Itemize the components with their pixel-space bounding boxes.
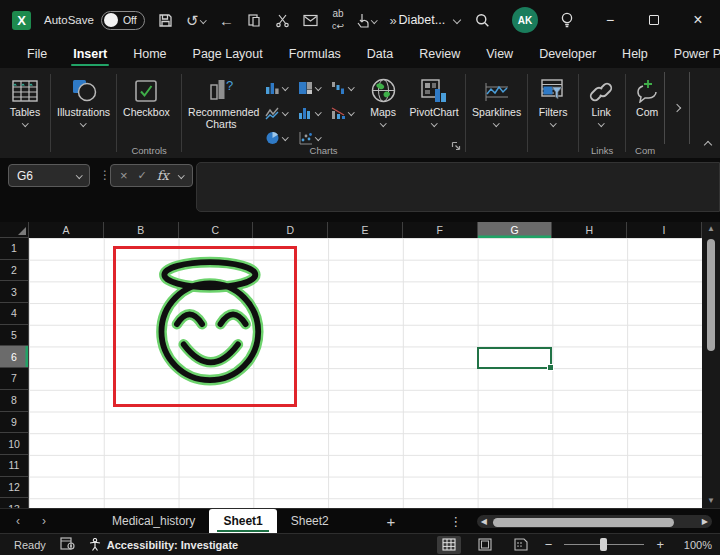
save-icon[interactable]	[158, 13, 173, 28]
menu-tab-file[interactable]: File	[14, 40, 60, 68]
close-button[interactable]: ×	[676, 0, 720, 40]
pivotchart-button[interactable]: PivotChart	[405, 73, 463, 128]
maps-button[interactable]: Maps	[361, 73, 405, 128]
page-layout-view-button[interactable]	[473, 536, 497, 554]
menu-tab-formulas[interactable]: Formulas	[276, 40, 354, 68]
column-header-A[interactable]: A	[29, 222, 104, 238]
checkbox-button[interactable]: Checkbox	[119, 73, 174, 120]
column-header-F[interactable]: F	[403, 222, 478, 238]
tables-dropdown-icon[interactable]	[22, 120, 28, 126]
row-header-7[interactable]: 7	[0, 368, 29, 390]
column-header-G[interactable]: G	[478, 222, 553, 238]
vertical-scrollbar[interactable]: ▲ ▼	[702, 222, 720, 508]
menu-tab-insert[interactable]: Insert	[60, 40, 120, 68]
maximize-button[interactable]	[632, 0, 676, 40]
new-comment-button[interactable]: Com	[628, 73, 662, 120]
row-header-3[interactable]: 3	[0, 281, 29, 303]
inserted-image[interactable]	[113, 246, 297, 407]
combo-chart-dropdown-icon[interactable]	[348, 109, 354, 115]
maps-dropdown-icon[interactable]	[380, 120, 386, 126]
select-all-corner[interactable]	[0, 222, 29, 238]
sheet-tab-sheet2[interactable]: Sheet2	[277, 509, 343, 533]
horizontal-scroll-thumb[interactable]	[493, 518, 674, 527]
sparklines-dropdown-icon[interactable]	[493, 120, 499, 126]
horizontal-scrollbar[interactable]: ◀ ▶	[477, 515, 712, 528]
undo-dropdown-icon[interactable]	[201, 17, 207, 23]
menu-tab-home[interactable]: Home	[120, 40, 179, 68]
name-box-dropdown-icon[interactable]	[76, 172, 82, 178]
illustrations-button[interactable]: Illustrations	[53, 73, 114, 128]
confirm-entry-icon[interactable]: ✓	[138, 169, 147, 182]
scroll-left-icon[interactable]: ◀	[481, 517, 487, 526]
row-header-9[interactable]: 9	[0, 412, 29, 434]
column-chart-dropdown-icon[interactable]	[282, 84, 288, 90]
vertical-scroll-thumb[interactable]	[707, 239, 715, 351]
sheet-options-icon[interactable]: ⋮	[441, 509, 471, 533]
formula-input[interactable]	[196, 162, 720, 212]
sheet-tab-sheet1[interactable]: Sheet1	[209, 509, 276, 533]
account-avatar[interactable]: AK	[504, 0, 546, 40]
ribbon-next-page-button[interactable]	[664, 72, 690, 144]
zoom-level[interactable]: 100%	[676, 539, 712, 551]
pivotchart-dropdown-icon[interactable]	[431, 120, 437, 126]
row-header-4[interactable]: 4	[0, 303, 29, 325]
column-header-E[interactable]: E	[328, 222, 403, 238]
menu-tab-developer[interactable]: Developer	[526, 40, 609, 68]
histogram-chart-button[interactable]	[293, 100, 326, 125]
column-header-H[interactable]: H	[552, 222, 627, 238]
row-header-11[interactable]: 11	[0, 455, 29, 477]
document-title[interactable]: Diabet...	[399, 13, 461, 27]
row-header-8[interactable]: 8	[0, 390, 29, 412]
tables-button[interactable]: Tables	[2, 73, 48, 128]
filters-dropdown-icon[interactable]	[550, 120, 556, 126]
cells-area[interactable]	[29, 238, 702, 508]
column-header-B[interactable]: B	[104, 222, 179, 238]
scroll-right-icon[interactable]: ▶	[702, 517, 708, 526]
combo-chart-button[interactable]	[326, 100, 359, 125]
scatter-chart-dropdown-icon[interactable]	[315, 134, 321, 140]
row-header-12[interactable]: 12	[0, 477, 29, 499]
row-header-2[interactable]: 2	[0, 260, 29, 282]
macro-record-icon[interactable]	[60, 537, 75, 552]
prev-sheet-icon[interactable]: ‹	[16, 514, 20, 528]
sparklines-button[interactable]: Sparklines	[468, 73, 525, 128]
menu-tab-data[interactable]: Data	[354, 40, 406, 68]
column-header-I[interactable]: I	[627, 222, 702, 238]
column-chart-button[interactable]	[260, 75, 293, 100]
hierarchy-chart-dropdown-icon[interactable]	[315, 84, 321, 90]
row-header-1[interactable]: 1	[0, 238, 29, 260]
filters-button[interactable]: Filters	[530, 73, 576, 128]
sheet-tab-medical_history[interactable]: Medical_history	[98, 509, 209, 533]
menu-tab-power-pivot[interactable]: Power Pivot	[661, 40, 720, 68]
next-sheet-icon[interactable]: ›	[42, 514, 46, 528]
email-icon[interactable]	[303, 14, 319, 27]
lightbulb-button[interactable]	[546, 0, 588, 40]
insert-function-button[interactable]: fx	[157, 168, 169, 183]
back-arrow-icon[interactable]: ←	[219, 13, 234, 28]
charts-dialog-launcher-icon[interactable]	[451, 137, 461, 155]
fx-dropdown-icon[interactable]	[178, 172, 184, 178]
illustrations-dropdown-icon[interactable]	[80, 120, 86, 126]
recommended-charts-button[interactable]: ? Recommended Charts	[184, 73, 258, 132]
qat-overflow-icon[interactable]: »	[390, 14, 397, 27]
zoom-slider[interactable]	[564, 544, 644, 546]
line-chart-dropdown-icon[interactable]	[282, 109, 288, 115]
scroll-up-icon[interactable]: ▲	[707, 225, 715, 233]
zoom-in-button[interactable]: +	[656, 537, 664, 552]
avatar[interactable]: AK	[512, 7, 538, 33]
minimize-button[interactable]: −	[588, 0, 632, 40]
touch-mouse-mode-icon[interactable]	[357, 13, 377, 28]
menu-tab-review[interactable]: Review	[406, 40, 473, 68]
collapse-ribbon-button[interactable]	[705, 134, 711, 152]
copy-icon[interactable]	[247, 13, 262, 28]
scroll-down-icon[interactable]: ▼	[707, 497, 715, 505]
normal-view-button[interactable]	[437, 536, 461, 554]
waterfall-chart-button[interactable]	[326, 75, 359, 100]
cut-icon[interactable]	[275, 13, 290, 28]
hierarchy-chart-button[interactable]	[293, 75, 326, 100]
autocorrect-icon[interactable]: abc↩	[332, 9, 344, 31]
row-header-13[interactable]: 13	[0, 498, 29, 508]
zoom-out-button[interactable]: −	[545, 537, 553, 552]
selected-cell-G6[interactable]	[477, 347, 553, 370]
waterfall-chart-dropdown-icon[interactable]	[348, 84, 354, 90]
